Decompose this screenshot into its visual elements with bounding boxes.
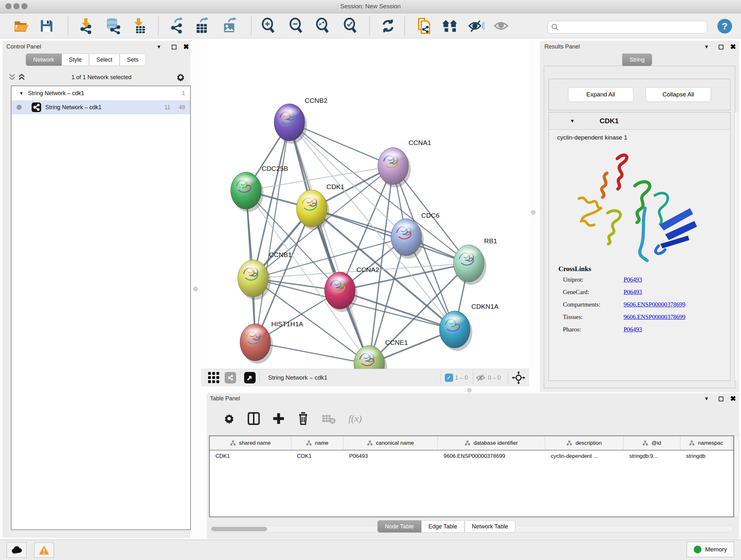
panel-menu-icon[interactable]: ▼ [704, 44, 709, 50]
export-table-icon[interactable] [193, 17, 210, 34]
table-cell[interactable]: stringdb [680, 450, 732, 463]
protein-card-header[interactable]: ▼ CDK1 [549, 112, 730, 130]
node-CCNA1[interactable]: CCNA1 [378, 139, 431, 187]
float-panel-icon[interactable] [172, 45, 177, 50]
zoom-in-icon[interactable] [260, 17, 277, 34]
table-options-gear-icon[interactable] [223, 413, 235, 424]
network-options-gear-icon[interactable] [176, 72, 186, 82]
panel-menu-icon[interactable]: ▼ [704, 396, 709, 401]
network-graph[interactable]: CCNB2CCNA1CDC25BCDK1CDC6RB1CCNB1CCNA2CDK… [201, 39, 529, 369]
node-HIST1H1A[interactable]: HIST1H1A [240, 320, 303, 364]
help-icon[interactable]: ? [718, 19, 732, 34]
string-network-icon[interactable] [225, 372, 236, 383]
tab-edge-table[interactable]: Edge Table [421, 520, 465, 533]
column-header[interactable]: canonical name [343, 436, 438, 450]
scrollbar-thumb[interactable] [211, 527, 267, 531]
left-splitter-handle[interactable] [193, 287, 198, 291]
network-row[interactable]: String Network – cdk1 11 48 [11, 100, 190, 114]
memory-button[interactable]: Memory [687, 542, 734, 557]
float-panel-icon[interactable] [719, 45, 724, 50]
tree-expander-icon[interactable]: ▼ [19, 91, 23, 96]
column-header[interactable]: shared name [210, 436, 291, 450]
warnings-button[interactable] [34, 543, 54, 558]
zoom-selected-icon[interactable] [342, 17, 359, 34]
zoom-out-icon[interactable] [288, 17, 305, 34]
expand-all-icon[interactable] [18, 73, 27, 81]
node-CCNB2[interactable]: CCNB2 [274, 97, 327, 144]
table-cell[interactable]: P06493 [343, 450, 438, 463]
edge-CCNB2-HIST1H1A[interactable] [255, 122, 289, 342]
open-in-browser-icon[interactable] [244, 372, 256, 383]
edge-CCNE1-CCNB2[interactable] [289, 122, 369, 364]
search-box[interactable] [548, 21, 707, 34]
bottom-splitter-handle[interactable] [467, 388, 472, 392]
show-columns-icon[interactable] [248, 412, 260, 425]
node-CDK1[interactable]: CDK1 [296, 183, 344, 230]
duplicate-network-icon[interactable] [415, 17, 432, 34]
hide-selected-icon[interactable] [468, 17, 484, 34]
zoom-fit-icon[interactable] [314, 17, 331, 34]
close-panel-icon[interactable]: ✖ [730, 395, 736, 403]
center-view-crosshair-icon[interactable] [512, 371, 525, 384]
table-cell[interactable]: 9606.ENSP00000378699 [438, 450, 545, 463]
tab-network-table[interactable]: Network Table [465, 520, 516, 533]
column-header[interactable]: database identifier [438, 436, 545, 450]
delete-table-icon[interactable] [322, 413, 336, 424]
tab-sets[interactable]: Sets [120, 54, 146, 66]
export-network-icon[interactable] [169, 17, 185, 34]
column-header[interactable]: description [545, 436, 623, 450]
collapse-section-icon[interactable]: ▼ [570, 118, 575, 124]
open-file-icon[interactable] [13, 17, 30, 34]
table-cell[interactable]: CDK1 [210, 450, 291, 463]
right-splitter-handle[interactable] [531, 210, 536, 214]
selected-checkbox-icon[interactable]: ✓ [445, 374, 453, 382]
node-RB1[interactable]: RB1 [454, 237, 497, 285]
show-all-icon[interactable] [493, 17, 510, 34]
crosslink-label: Tissues: [563, 314, 623, 320]
crosslink-link[interactable]: P06493 [623, 276, 642, 283]
close-panel-icon[interactable]: ✖ [730, 43, 736, 51]
node-CDKN1A[interactable]: CDKN1A [440, 303, 498, 351]
import-network-database-icon[interactable] [105, 17, 121, 34]
save-session-icon[interactable] [38, 17, 55, 34]
crosslink-link[interactable]: 9606.ENSP00000378699 [623, 301, 685, 308]
close-panel-icon[interactable]: ✖ [183, 43, 189, 51]
import-table-icon[interactable] [131, 17, 147, 34]
column-header[interactable]: name [291, 436, 343, 450]
add-column-icon[interactable] [273, 413, 285, 425]
table-cell[interactable]: CDK1 [291, 450, 343, 463]
delete-icon[interactable] [297, 412, 309, 425]
network-canvas[interactable]: CCNB2CCNA1CDC25BCDK1CDC6RB1CCNB1CCNA2CDK… [201, 39, 529, 369]
network-collection-row[interactable]: ▼ String Network – cdk1 1 [11, 86, 190, 100]
tab-string[interactable]: String [622, 54, 652, 66]
refresh-icon[interactable] [380, 17, 396, 34]
edge-CDK1-RB1[interactable] [312, 208, 469, 263]
first-neighbors-icon[interactable] [442, 17, 458, 34]
table-vertical-scrollbar[interactable] [734, 435, 739, 517]
tab-style[interactable]: Style [62, 54, 89, 66]
panel-menu-icon[interactable]: ▼ [156, 44, 161, 50]
collapse-all-button[interactable]: Collapse All [646, 87, 711, 102]
results-scrollbar[interactable] [734, 113, 739, 380]
search-input[interactable] [559, 24, 699, 30]
float-panel-icon[interactable] [719, 396, 724, 401]
crosslink-link[interactable]: P06493 [623, 326, 642, 333]
column-header[interactable]: @id [623, 436, 680, 450]
tab-select[interactable]: Select [89, 54, 120, 66]
column-header[interactable]: namespac [680, 436, 732, 450]
crosslink-link[interactable]: 9606.ENSP00000378699 [623, 314, 685, 320]
edge-CCNE1-CCNA1[interactable] [369, 166, 393, 364]
birdseye-grid-icon[interactable] [207, 371, 220, 384]
table-cell[interactable]: cyclin-dependent ... [545, 450, 623, 463]
import-network-icon[interactable] [77, 17, 94, 34]
export-image-icon[interactable] [221, 17, 238, 34]
table-cell[interactable]: stringdb:9... [623, 450, 680, 463]
function-builder-icon[interactable]: f(x) [348, 413, 362, 424]
expand-all-button[interactable]: Expand All [568, 87, 633, 102]
cloud-status-button[interactable] [7, 543, 26, 558]
tab-network[interactable]: Network [26, 54, 62, 66]
collapse-all-icon[interactable] [8, 73, 18, 81]
crosslink-link[interactable]: P06493 [623, 289, 642, 296]
table-row[interactable]: CDK1CDK1P064939606.ENSP00000378699cyclin… [210, 450, 733, 463]
tab-node-table[interactable]: Node Table [378, 520, 421, 533]
